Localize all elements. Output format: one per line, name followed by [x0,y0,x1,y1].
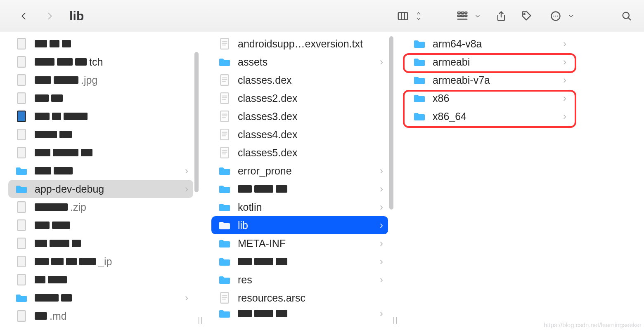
list-item[interactable]: .zip [8,198,193,216]
redacted-label: .jpg [35,74,188,86]
list-item[interactable]: › [211,252,388,271]
svg-rect-19 [17,57,25,67]
back-button[interactable] [15,7,33,25]
item-label: classes5.dex [238,147,383,159]
list-item[interactable]: armeabi› [406,53,571,71]
list-item[interactable]: classes2.dex [211,89,388,107]
folder-icon [218,255,231,268]
redacted-label [35,294,185,302]
list-item[interactable]: x86› [406,89,571,107]
list-item[interactable]: arm64-v8a› [406,35,571,53]
scrollbar-column-2[interactable] [388,35,395,327]
list-item[interactable]: .md [8,307,193,325]
chevron-right-icon: › [185,183,188,195]
folder-icon [218,164,231,177]
list-item[interactable] [8,271,193,289]
list-item[interactable] [8,125,193,144]
folder-icon [218,307,231,320]
list-item[interactable]: resources.arsc [211,289,388,307]
file-icon [15,146,28,159]
list-item[interactable]: lib› [211,216,388,234]
list-item[interactable]: › [211,307,388,320]
svg-rect-24 [17,147,25,158]
folder-icon [413,73,426,87]
chevron-right-icon: › [563,74,566,86]
redacted-label [238,258,380,265]
list-item[interactable] [8,216,193,234]
folder-icon [413,110,426,123]
list-item[interactable]: error_prone› [211,162,388,180]
column-3[interactable]: arm64-v8a› armeabi› armeabi-v7a› x86› x8… [398,32,629,330]
chevron-right-icon: › [380,201,383,213]
group-by-button[interactable] [450,7,485,25]
chevron-right-icon: › [563,38,566,50]
list-item[interactable] [8,107,193,125]
svg-rect-4 [462,12,464,14]
list-item[interactable]: › [211,180,388,198]
list-item[interactable]: › [8,289,193,307]
scroll-thumb[interactable] [194,52,199,192]
list-item[interactable]: tch [8,53,193,71]
forward-button[interactable] [40,7,59,25]
redacted-label [35,240,188,247]
item-label: classes.dex [238,74,383,86]
list-item[interactable]: › [8,162,193,180]
list-item[interactable]: androidsupp…exversion.txt [211,35,388,53]
search-button[interactable] [618,7,636,25]
ellipsis-circle-icon [547,7,565,25]
svg-rect-21 [17,93,25,104]
share-button[interactable] [492,7,510,25]
svg-rect-27 [17,238,25,249]
chevron-right-icon: › [380,165,383,177]
file-icon [15,200,28,214]
list-item[interactable]: classes3.dex [211,107,388,125]
redacted-label [238,185,380,193]
list-item[interactable]: res› [211,271,388,289]
svg-rect-25 [17,202,25,212]
chevron-down-icon [567,7,575,25]
column-2[interactable]: androidsupp…exversion.txt assets› classe… [203,32,393,330]
list-item[interactable]: assets› [211,53,388,71]
folder-icon [413,37,426,50]
svg-point-13 [553,15,554,16]
list-item[interactable]: classes5.dex [211,144,388,162]
file-icon [218,110,231,123]
redacted-label [238,310,380,317]
list-item[interactable]: _ip [8,252,193,271]
list-item-app-dev-debug[interactable]: app-dev-debug › [8,180,193,198]
list-item[interactable] [8,89,193,107]
list-item[interactable] [8,144,193,162]
item-label: classes4.dex [238,129,383,141]
chevron-right-icon: › [380,238,383,249]
actions-button[interactable] [543,7,578,25]
list-item[interactable] [8,35,193,53]
list-item[interactable]: classes4.dex [211,125,388,144]
column-1[interactable]: tch .jpg [0,32,198,330]
item-label: androidsupp…exversion.txt [238,38,383,50]
file-icon [15,55,28,68]
watermark: https://blog.csdn.net/learningseeker [544,321,642,328]
view-mode-button[interactable] [391,7,426,25]
item-label: armeabi [433,56,563,68]
tag-button[interactable] [518,7,536,25]
scroll-thumb[interactable] [389,36,393,210]
redacted-label: .md [35,310,188,322]
item-label: classes2.dex [238,92,383,104]
folder-icon [15,164,28,177]
list-item[interactable]: x86_64› [406,107,571,125]
chevron-right-icon: › [380,256,383,267]
updown-chevron-icon [414,7,423,25]
list-item[interactable]: kotlin› [211,198,388,216]
list-item[interactable]: .jpg [8,71,193,89]
list-item[interactable]: armeabi-v7a› [406,71,571,89]
folder-icon [218,182,231,196]
list-item[interactable]: META-INF› [211,234,388,252]
item-label: lib [238,219,380,231]
scrollbar-column-1[interactable] [193,35,200,327]
list-item[interactable]: classes.dex [211,71,388,89]
file-icon [15,110,28,123]
redacted-label [35,167,185,174]
list-item[interactable] [8,234,193,252]
item-label: arm64-v8a [433,38,563,50]
file-icon [218,73,231,87]
